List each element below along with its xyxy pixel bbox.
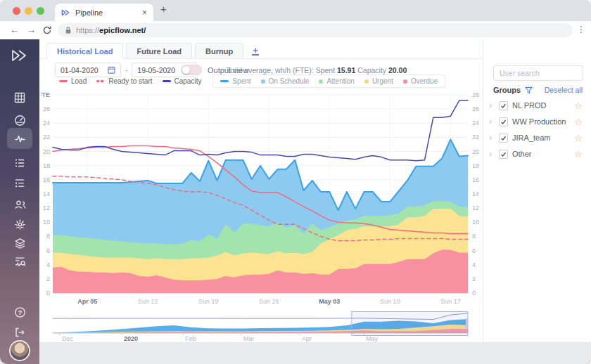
favorite-star-icon[interactable]: ☆	[574, 101, 583, 110]
expand-chevron-icon[interactable]: ›	[489, 101, 495, 110]
browser-tab-title: Pipeline	[75, 8, 137, 17]
group-label[interactable]: JIRA_team	[512, 134, 570, 142]
calendar-icon	[108, 66, 115, 74]
axis-tick-label: 26	[472, 105, 479, 112]
expand-chevron-icon[interactable]: ›	[489, 150, 495, 158]
legend-urgent[interactable]: Urgent	[364, 77, 393, 85]
group-checkbox[interactable]	[499, 134, 508, 143]
axis-tick-label: 2	[46, 275, 50, 282]
tab-future-load[interactable]: Future Load	[126, 43, 192, 59]
browser-tab[interactable]: Pipeline ×	[55, 4, 153, 21]
groups-header: Groups Deselect all	[493, 86, 583, 94]
output-view-toggle[interactable]	[181, 65, 202, 75]
axis-tick-label: 16	[472, 176, 479, 183]
forward-icon[interactable]: →	[27, 25, 36, 36]
axis-tick-label: 24	[43, 119, 50, 126]
group-checkbox[interactable]	[499, 150, 508, 159]
add-view-button[interactable]: +	[252, 43, 259, 59]
favorite-star-icon[interactable]: ☆	[574, 117, 583, 126]
x-axis-tick-label: Sun 19	[198, 298, 219, 305]
logout-icon[interactable]	[8, 323, 32, 342]
sidebar-item-structure-icon[interactable]	[8, 174, 32, 193]
legend-ready-to-start[interactable]: Ready to start	[96, 77, 152, 85]
x-axis-tick-label: Sun 17	[440, 298, 461, 305]
axis-tick-label: 6	[472, 247, 476, 254]
window-zoom-button[interactable]	[37, 7, 44, 15]
date-from-value: 01-04-2020	[61, 66, 99, 74]
window-close-button[interactable]	[13, 7, 20, 15]
sidebar-item-users-icon[interactable]	[8, 195, 32, 214]
reload-icon[interactable]	[42, 25, 52, 35]
minimap-label: Mar	[243, 335, 255, 342]
sidebar-item-pipeline-icon[interactable]	[8, 129, 32, 148]
filter-icon[interactable]	[525, 86, 533, 94]
axis-tick-label: 22	[43, 134, 50, 141]
axis-tick-label: 10	[472, 219, 479, 226]
help-icon[interactable]: ?	[8, 303, 32, 321]
axis-tick-label: 26	[43, 105, 50, 112]
axis-tick-label: 8	[472, 233, 476, 240]
legend-on-schedule[interactable]: On Schedule	[261, 77, 310, 85]
minimap-brush-handle[interactable]	[466, 318, 468, 328]
sidebar-item-settings-icon[interactable]	[8, 215, 32, 233]
deselect-all-link[interactable]: Deselect all	[545, 86, 583, 94]
sidebar-item-task-list-icon[interactable]	[8, 154, 32, 172]
browser-menu-icon[interactable]: ⋮	[577, 25, 585, 34]
x-axis-tick-label: Sun 10	[380, 298, 400, 305]
sidebar-item-layers-icon[interactable]	[8, 234, 32, 252]
legend-load[interactable]: Load	[59, 77, 87, 85]
axis-tick-label: 24	[472, 119, 479, 126]
tab-historical-load[interactable]: Historical Load	[46, 43, 123, 59]
tab-close-icon[interactable]: ×	[142, 8, 147, 17]
address-bar[interactable]: https://epicflow.net/	[58, 23, 573, 37]
urgent-marker	[364, 79, 369, 84]
y-axis-unit-label: FTE	[41, 91, 50, 98]
legend-overdue[interactable]: Overdue	[403, 77, 438, 85]
sidebar-item-dashboard-icon[interactable]	[8, 111, 32, 129]
axis-tick-label: 0	[472, 290, 476, 297]
summary-prefix: Total average, wh/h (FTE):	[227, 66, 314, 74]
axis-tick-label: 18	[472, 162, 479, 169]
tab-burnup[interactable]: Burnup	[195, 43, 243, 59]
ready-to-start-marker	[96, 80, 105, 82]
spent-marker	[220, 80, 229, 82]
minimap-label: 2020	[124, 335, 138, 342]
legend-capacity[interactable]: Capacity	[163, 77, 202, 85]
group-row-jira-team: › JIRA_team ☆	[489, 131, 583, 145]
legend-label: Load	[71, 77, 87, 85]
summary-spent-value: 15.91	[337, 66, 355, 74]
legend-spent[interactable]: Spent	[220, 77, 250, 85]
x-axis-tick-label: Apr 05	[77, 298, 97, 305]
x-axis-tick-label: May 03	[319, 298, 340, 305]
axis-tick-label: 18	[43, 162, 50, 169]
minimap-brush[interactable]	[352, 312, 468, 336]
legend-attention[interactable]: Attention	[319, 77, 354, 85]
group-row-nl-prod: › NL PROD ☆	[489, 98, 583, 112]
on-schedule-marker	[261, 79, 265, 84]
expand-chevron-icon[interactable]: ›	[489, 117, 495, 126]
legend-label: Attention	[326, 77, 354, 85]
user-search-input[interactable]	[493, 65, 583, 81]
sidebar-item-board-icon[interactable]	[8, 89, 32, 107]
group-label[interactable]: WW Production	[512, 117, 570, 126]
axis-tick-label: 4	[472, 261, 476, 268]
new-tab-button[interactable]: +	[160, 3, 167, 15]
favorite-star-icon[interactable]: ☆	[574, 134, 583, 143]
timeline-minimap[interactable]: Dec2020FebMarAprMay	[41, 311, 481, 342]
sidebar-item-resource-analysis-icon[interactable]	[8, 252, 32, 271]
epicflow-logo-icon[interactable]	[8, 45, 32, 66]
summary-capacity-value: 20.00	[388, 66, 407, 74]
group-checkbox[interactable]	[499, 117, 508, 126]
minimap-label: Feb	[185, 335, 196, 342]
window-minimize-button[interactable]	[25, 7, 32, 15]
back-icon[interactable]: ←	[10, 25, 19, 36]
favorite-star-icon[interactable]: ☆	[574, 150, 583, 159]
group-label[interactable]: NL PROD	[512, 101, 570, 110]
axis-tick-label: 22	[472, 134, 479, 141]
group-label[interactable]: Other	[512, 150, 570, 158]
user-avatar[interactable]	[11, 342, 29, 360]
expand-chevron-icon[interactable]: ›	[489, 134, 495, 142]
axis-tick-label: 12	[472, 204, 479, 212]
page-background	[39, 342, 591, 364]
group-checkbox[interactable]	[499, 101, 508, 110]
